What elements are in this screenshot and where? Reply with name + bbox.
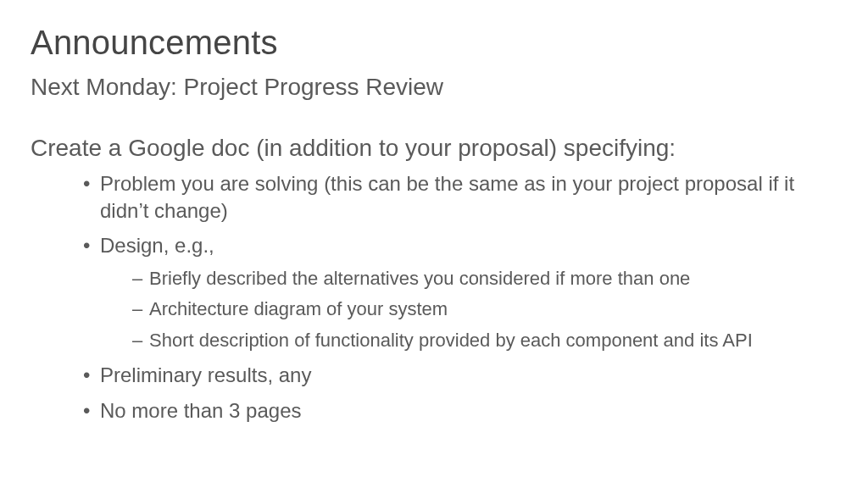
sub-bullet-list: Briefly described the alternatives you c… [100,266,837,353]
list-item: Preliminary results, any [86,362,837,389]
slide: Announcements Next Monday: Project Progr… [0,0,868,488]
list-item-text: No more than 3 pages [100,399,301,422]
list-item-text: Architecture diagram of your system [149,298,448,319]
list-item-text: Short description of functionality provi… [149,330,753,351]
list-item: Architecture diagram of your system [137,297,837,322]
bullet-list: Problem you are solving (this can be the… [31,170,837,424]
list-item: No more than 3 pages [86,397,837,424]
list-item: Design, e.g., Briefly described the alte… [86,232,837,353]
slide-lead: Create a Google doc (in addition to your… [31,135,837,162]
list-item: Problem you are solving (this can be the… [86,170,837,224]
slide-subtitle: Next Monday: Project Progress Review [31,74,837,101]
list-item-text: Problem you are solving (this can be the… [100,172,794,222]
list-item-text: Design, e.g., [100,234,214,257]
slide-title: Announcements [31,24,837,62]
list-item: Briefly described the alternatives you c… [137,266,837,291]
list-item-text: Briefly described the alternatives you c… [149,268,690,289]
list-item-text: Preliminary results, any [100,363,311,386]
list-item: Short description of functionality provi… [137,328,837,353]
